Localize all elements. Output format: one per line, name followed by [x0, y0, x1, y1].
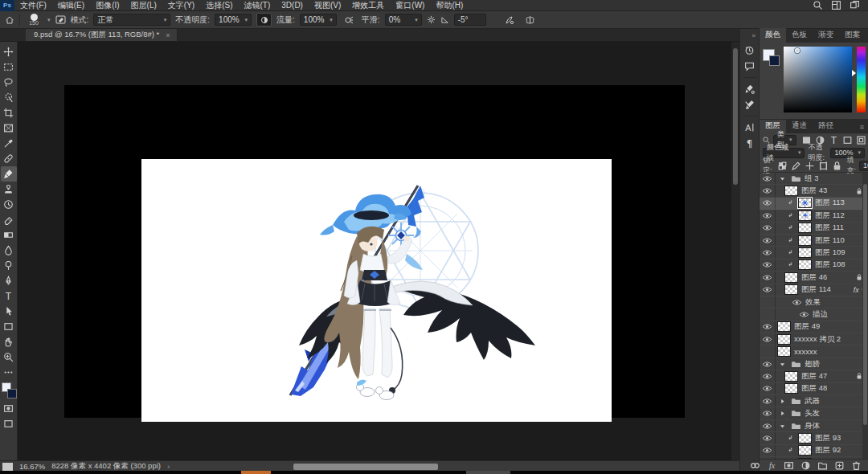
color-pointer[interactable]: [795, 48, 800, 53]
home-icon[interactable]: [5, 15, 14, 25]
lasso-tool[interactable]: [1, 75, 17, 90]
visibility-toggle[interactable]: [760, 235, 776, 246]
tab-渐变[interactable]: 渐变: [813, 28, 839, 43]
lock-position-icon[interactable]: [805, 161, 815, 171]
layer-fill-select[interactable]: 100%▾: [859, 161, 868, 171]
menu-视图[interactable]: 视图(V): [309, 0, 346, 11]
scrollbar-thumb[interactable]: [733, 48, 738, 185]
tab-颜色[interactable]: 颜色: [760, 28, 786, 43]
layer-name[interactable]: 武器: [805, 396, 820, 407]
zoom-tool[interactable]: [1, 349, 17, 365]
layer-thumbnail[interactable]: [798, 210, 812, 221]
layer-name[interactable]: 图层 92: [815, 445, 841, 456]
layer-name[interactable]: 图层 43: [801, 186, 827, 196]
background-color-swatch[interactable]: [769, 55, 780, 66]
status-popup-arrow[interactable]: ›: [167, 462, 170, 471]
visibility-toggle[interactable]: [760, 284, 776, 296]
document-tab[interactable]: 9.psd @ 16.7% (图层 113, RGB/8#) * ×: [26, 29, 178, 41]
layer-thumbnail[interactable]: [784, 284, 798, 295]
layer-name[interactable]: 图层 90: [815, 458, 841, 459]
visibility-toggle[interactable]: [760, 333, 776, 345]
gradient-tool[interactable]: [1, 227, 17, 243]
layer-row[interactable]: 图层 114fx^: [760, 284, 868, 296]
panel-menu-icon[interactable]: ≡: [856, 123, 868, 133]
new-layer-icon[interactable]: [834, 460, 845, 471]
menu-选择[interactable]: 选择(S): [200, 0, 238, 11]
layer-thumbnail[interactable]: [798, 223, 812, 233]
pressure-opacity-toggle[interactable]: [256, 13, 272, 27]
filter-type-icon[interactable]: T: [829, 135, 839, 145]
layer-row[interactable]: 图层 93: [760, 432, 868, 444]
layer-name[interactable]: 图层 49: [794, 321, 820, 332]
layer-group-row[interactable]: 武器: [760, 395, 868, 407]
menu-滤镜[interactable]: 滤镜(T): [239, 0, 276, 11]
visibility-toggle[interactable]: [760, 445, 776, 456]
menu-增效工具[interactable]: 增效工具: [346, 0, 390, 11]
color-saturation-square[interactable]: [784, 47, 852, 112]
delete-icon[interactable]: [851, 460, 862, 471]
layer-row[interactable]: 图层 113: [760, 198, 868, 210]
layer-name[interactable]: 图层 108: [815, 259, 845, 270]
history-panel-icon[interactable]: [744, 45, 755, 55]
visibility-toggle[interactable]: [760, 370, 776, 382]
stamp-tool[interactable]: [1, 182, 17, 197]
marquee-tool[interactable]: [1, 59, 17, 75]
hand-tool[interactable]: [1, 334, 17, 349]
visibility-toggle[interactable]: [760, 247, 776, 258]
screen-mode-toggle[interactable]: [1, 416, 17, 431]
layer-row[interactable]: 图层 90: [760, 457, 868, 459]
layer-thumbnail[interactable]: [777, 321, 791, 332]
menu-编辑[interactable]: 编辑(E): [52, 0, 90, 11]
smoothing-select[interactable]: 0%▾: [385, 14, 422, 26]
layer-name[interactable]: 图层 46: [801, 272, 827, 283]
tab-路径[interactable]: 路径: [813, 119, 839, 133]
visibility-toggle[interactable]: [760, 309, 776, 320]
layer-name[interactable]: 图层 48: [801, 383, 827, 394]
layer-row[interactable]: 图层 47: [760, 370, 868, 382]
layer-thumbnail[interactable]: [784, 371, 798, 382]
layer-name[interactable]: 身体: [805, 421, 820, 431]
visibility-toggle[interactable]: [760, 420, 776, 431]
layer-name[interactable]: xxxxxx: [794, 347, 817, 356]
type-tool[interactable]: T: [1, 288, 17, 304]
collapse-group-icon[interactable]: [777, 359, 788, 370]
tab-通道[interactable]: 通道: [786, 119, 813, 133]
visibility-toggle[interactable]: [760, 407, 776, 419]
layer-row[interactable]: 图层 112: [760, 210, 868, 222]
visibility-toggle[interactable]: [792, 297, 802, 308]
shape-tool[interactable]: [1, 319, 17, 334]
menu-3D[interactable]: 3D(D): [276, 0, 309, 11]
smoothing-gear-icon[interactable]: [427, 15, 436, 24]
layer-name[interactable]: xxxxxx 拷贝 2: [794, 334, 841, 345]
layer-name[interactable]: 图层 109: [815, 247, 845, 258]
visibility-toggle[interactable]: [760, 223, 776, 234]
layer-group-row[interactable]: 身体: [760, 420, 868, 432]
crop-tool[interactable]: [1, 105, 17, 121]
layer-group-row[interactable]: 组 3: [760, 173, 868, 185]
brush-preset-picker[interactable]: 150: [25, 14, 43, 26]
toolbar-background-swatch[interactable]: [7, 389, 17, 398]
filter-shape-icon[interactable]: [842, 135, 853, 145]
pressure-size-toggle[interactable]: [502, 13, 518, 27]
layer-row[interactable]: 图层 108: [760, 259, 868, 272]
layer-row[interactable]: 图层 49: [760, 321, 868, 333]
visibility-toggle[interactable]: [760, 173, 776, 184]
scrollbar-thumb[interactable]: [863, 184, 867, 425]
layer-thumbnail[interactable]: [798, 445, 812, 456]
brush-angle-input[interactable]: -5°: [454, 14, 486, 26]
collapse-group-icon[interactable]: [777, 174, 788, 184]
lock-artboard-icon[interactable]: [818, 161, 829, 171]
taskbar-item[interactable]: [466, 471, 510, 474]
layer-name[interactable]: 图层 113: [815, 198, 845, 208]
visibility-toggle[interactable]: [760, 432, 776, 443]
move-tool[interactable]: [1, 44, 17, 59]
blend-mode-select[interactable]: 正常▾: [93, 14, 170, 26]
layer-thumbnail[interactable]: [798, 259, 812, 270]
document-canvas[interactable]: [141, 159, 612, 422]
layer-effect-row[interactable]: 效果: [760, 296, 868, 309]
lock-all-icon[interactable]: [832, 161, 842, 171]
visibility-toggle[interactable]: [760, 345, 776, 357]
layer-thumbnail[interactable]: [798, 247, 812, 258]
brush-settings-toggle-icon[interactable]: [55, 14, 66, 25]
layer-name[interactable]: 组 3: [805, 174, 818, 184]
